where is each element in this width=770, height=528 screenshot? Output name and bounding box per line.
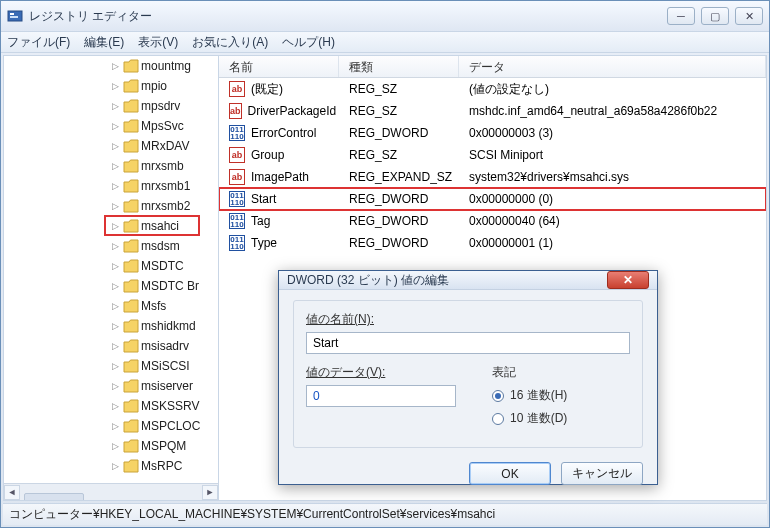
expand-icon[interactable]: ▷ bbox=[110, 341, 121, 352]
tree-item[interactable]: ▷MSiSCSI bbox=[4, 356, 218, 376]
close-button[interactable]: ✕ bbox=[735, 7, 763, 25]
scroll-left-button[interactable]: ◄ bbox=[4, 485, 20, 500]
list-row[interactable]: abImagePathREG_EXPAND_SZsystem32¥drivers… bbox=[219, 166, 766, 188]
expand-icon[interactable]: ▷ bbox=[110, 281, 121, 292]
tree-item-label: mrxsmb2 bbox=[141, 199, 190, 213]
value-data-input[interactable] bbox=[306, 385, 456, 407]
dialog-titlebar: DWORD (32 ビット) 値の編集 ✕ bbox=[279, 271, 657, 290]
folder-icon bbox=[123, 59, 139, 73]
folder-icon bbox=[123, 119, 139, 133]
tree-item[interactable]: ▷MSPQM bbox=[4, 436, 218, 456]
expand-icon[interactable]: ▷ bbox=[110, 361, 121, 372]
value-name: Tag bbox=[251, 214, 270, 228]
tree-item[interactable]: ▷MSPCLOC bbox=[4, 416, 218, 436]
expand-icon[interactable]: ▷ bbox=[110, 81, 121, 92]
col-header-data[interactable]: データ bbox=[459, 56, 766, 77]
tree-item[interactable]: ▷msahci bbox=[4, 216, 218, 236]
tree-item[interactable]: ▷mpio bbox=[4, 76, 218, 96]
scroll-thumb[interactable] bbox=[24, 493, 84, 500]
dialog-close-button[interactable]: ✕ bbox=[607, 271, 649, 289]
ok-button[interactable]: OK bbox=[469, 462, 551, 485]
minimize-button[interactable]: ─ bbox=[667, 7, 695, 25]
cancel-button[interactable]: キャンセル bbox=[561, 462, 643, 485]
col-header-type[interactable]: 種類 bbox=[339, 56, 459, 77]
list-row[interactable]: 011110ErrorControlREG_DWORD0x00000003 (3… bbox=[219, 122, 766, 144]
expand-icon[interactable]: ▷ bbox=[110, 221, 121, 232]
tree-item[interactable]: ▷mpsdrv bbox=[4, 96, 218, 116]
value-name: Type bbox=[251, 236, 277, 250]
list-row[interactable]: 011110StartREG_DWORD0x00000000 (0) bbox=[219, 188, 766, 210]
tree-item[interactable]: ▷msisadrv bbox=[4, 336, 218, 356]
maximize-button[interactable]: ▢ bbox=[701, 7, 729, 25]
value-type: REG_SZ bbox=[339, 148, 459, 162]
radix-dec-label: 10 進数(D) bbox=[510, 410, 567, 427]
expand-icon[interactable]: ▷ bbox=[110, 241, 121, 252]
radix-label: 表記 bbox=[492, 364, 630, 381]
tree-item[interactable]: ▷MSDTC bbox=[4, 256, 218, 276]
tree-item[interactable]: ▷MsRPC bbox=[4, 456, 218, 476]
list-row[interactable]: 011110TypeREG_DWORD0x00000001 (1) bbox=[219, 232, 766, 254]
tree-item-label: MSKSSRV bbox=[141, 399, 199, 413]
tree-item[interactable]: ▷Msfs bbox=[4, 296, 218, 316]
menu-file[interactable]: ファイル(F) bbox=[7, 34, 70, 51]
tree-item[interactable]: ▷mshidkmd bbox=[4, 316, 218, 336]
tree-item[interactable]: ▷msiserver bbox=[4, 376, 218, 396]
tree-item[interactable]: ▷MRxDAV bbox=[4, 136, 218, 156]
tree-item[interactable]: ▷mountmg bbox=[4, 56, 218, 76]
tree-item-label: mshidkmd bbox=[141, 319, 196, 333]
tree-item[interactable]: ▷mrxsmb1 bbox=[4, 176, 218, 196]
dialog-group: 値の名前(N): 値のデータ(V): 表記 16 進数(H) bbox=[293, 300, 643, 448]
value-data: SCSI Miniport bbox=[459, 148, 766, 162]
expand-icon[interactable]: ▷ bbox=[110, 381, 121, 392]
tree[interactable]: ▷mountmg▷mpio▷mpsdrv▷MpsSvc▷MRxDAV▷mrxsm… bbox=[4, 56, 218, 482]
tree-h-scrollbar[interactable]: ◄ ► bbox=[4, 483, 218, 500]
list-row[interactable]: abDriverPackageIdREG_SZmshdc.inf_amd64_n… bbox=[219, 100, 766, 122]
menu-help[interactable]: ヘルプ(H) bbox=[282, 34, 335, 51]
radix-hex-option[interactable]: 16 進数(H) bbox=[492, 387, 630, 404]
tree-item-label: Msfs bbox=[141, 299, 166, 313]
expand-icon[interactable]: ▷ bbox=[110, 201, 121, 212]
expand-icon[interactable]: ▷ bbox=[110, 301, 121, 312]
tree-item[interactable]: ▷msdsm bbox=[4, 236, 218, 256]
menu-edit[interactable]: 編集(E) bbox=[84, 34, 124, 51]
scroll-right-button[interactable]: ► bbox=[202, 485, 218, 500]
tree-item[interactable]: ▷mrxsmb2 bbox=[4, 196, 218, 216]
list-header: 名前 種類 データ bbox=[219, 56, 766, 78]
value-data: 0x00000000 (0) bbox=[459, 192, 766, 206]
status-path: コンピューター¥HKEY_LOCAL_MACHINE¥SYSTEM¥Curren… bbox=[9, 506, 495, 523]
tree-item[interactable]: ▷MpsSvc bbox=[4, 116, 218, 136]
expand-icon[interactable]: ▷ bbox=[110, 121, 121, 132]
expand-icon[interactable]: ▷ bbox=[110, 441, 121, 452]
tree-item-label: mpsdrv bbox=[141, 99, 180, 113]
tree-item-label: MsRPC bbox=[141, 459, 182, 473]
value-name: Group bbox=[251, 148, 284, 162]
folder-icon bbox=[123, 259, 139, 273]
value-name-input[interactable] bbox=[306, 332, 630, 354]
folder-icon bbox=[123, 279, 139, 293]
expand-icon[interactable]: ▷ bbox=[110, 161, 121, 172]
menu-view[interactable]: 表示(V) bbox=[138, 34, 178, 51]
list-row[interactable]: abGroupREG_SZSCSI Miniport bbox=[219, 144, 766, 166]
radix-dec-option[interactable]: 10 進数(D) bbox=[492, 410, 630, 427]
expand-icon[interactable]: ▷ bbox=[110, 321, 121, 332]
expand-icon[interactable]: ▷ bbox=[110, 101, 121, 112]
tree-item[interactable]: ▷mrxsmb bbox=[4, 156, 218, 176]
list-row[interactable]: 011110TagREG_DWORD0x00000040 (64) bbox=[219, 210, 766, 232]
binary-value-icon: 011110 bbox=[229, 125, 245, 141]
tree-item[interactable]: ▷MSDTC Br bbox=[4, 276, 218, 296]
radix-hex-label: 16 進数(H) bbox=[510, 387, 567, 404]
col-header-name[interactable]: 名前 bbox=[219, 56, 339, 77]
expand-icon[interactable]: ▷ bbox=[110, 61, 121, 72]
value-data: 0x00000040 (64) bbox=[459, 214, 766, 228]
expand-icon[interactable]: ▷ bbox=[110, 401, 121, 412]
menu-favorites[interactable]: お気に入り(A) bbox=[192, 34, 268, 51]
expand-icon[interactable]: ▷ bbox=[110, 421, 121, 432]
string-value-icon: ab bbox=[229, 103, 242, 119]
expand-icon[interactable]: ▷ bbox=[110, 181, 121, 192]
tree-item[interactable]: ▷MSKSSRV bbox=[4, 396, 218, 416]
expand-icon[interactable]: ▷ bbox=[110, 141, 121, 152]
list-row[interactable]: ab(既定)REG_SZ(値の設定なし) bbox=[219, 78, 766, 100]
expand-icon[interactable]: ▷ bbox=[110, 261, 121, 272]
value-type: REG_SZ bbox=[339, 104, 459, 118]
expand-icon[interactable]: ▷ bbox=[110, 461, 121, 472]
